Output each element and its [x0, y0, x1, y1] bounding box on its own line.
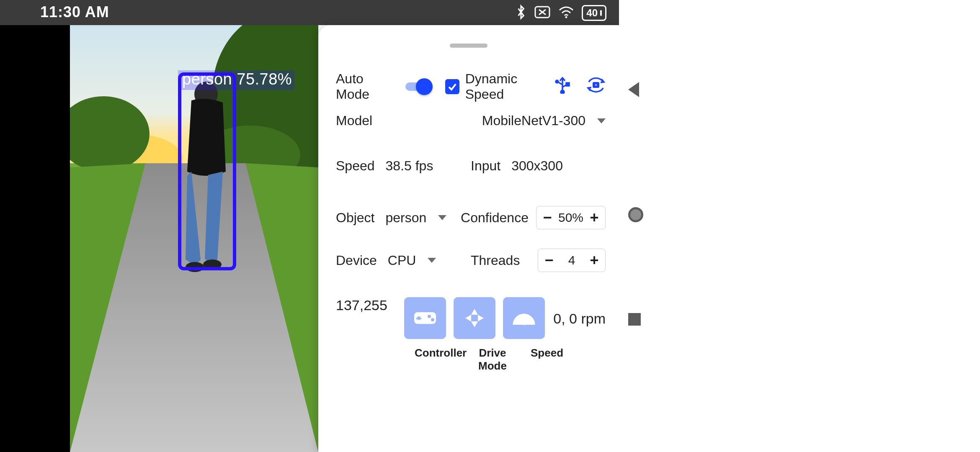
object-dropdown[interactable]: person — [385, 210, 446, 226]
svg-point-11 — [556, 80, 558, 83]
speed-value: 38.5 fps — [386, 158, 433, 174]
bluetooth-icon — [516, 4, 526, 22]
nav-back-button[interactable] — [628, 82, 639, 97]
control-panel: Auto Mode Dynamic Speed — [318, 25, 619, 452]
detection-bounding-box — [178, 72, 236, 270]
threads-value: 4 — [560, 253, 583, 267]
confidence-stepper[interactable]: − 50% + — [536, 206, 606, 229]
threads-stepper[interactable]: − 4 + — [538, 249, 606, 272]
battery-indicator: 40 — [582, 5, 606, 21]
auto-mode-toggle[interactable] — [405, 78, 430, 95]
camera-preview: person 75.78% — [70, 25, 318, 452]
svg-point-15 — [595, 84, 598, 87]
controller-button[interactable] — [404, 297, 446, 339]
object-label: Object — [336, 210, 374, 226]
drive-mode-button[interactable] — [454, 297, 495, 339]
device-label: Device — [336, 253, 377, 268]
model-dropdown[interactable]: MobileNetV1-300 — [482, 113, 606, 128]
chevron-down-icon — [428, 258, 436, 263]
dynamic-speed-label: Dynamic Speed — [465, 71, 554, 102]
detection-label: person 75.78% — [178, 70, 294, 90]
rpm-readout: 0, 0 rpm — [553, 311, 606, 327]
status-bar: 11:30 AM 40 — [0, 0, 619, 25]
nav-home-button[interactable] — [628, 207, 643, 222]
wifi-icon — [558, 6, 574, 20]
chevron-down-icon — [438, 215, 446, 220]
device-dropdown[interactable]: CPU — [388, 253, 436, 268]
confidence-increase-button[interactable]: + — [583, 209, 605, 226]
input-value: 300x300 — [511, 158, 563, 174]
dynamic-speed-checkbox[interactable] — [445, 79, 459, 94]
rotation-lock-icon — [534, 5, 551, 21]
drag-handle[interactable] — [450, 44, 487, 48]
speed-button[interactable] — [503, 297, 545, 339]
nav-recent-button[interactable] — [628, 313, 641, 326]
threads-label: Threads — [471, 253, 520, 268]
model-label: Model — [336, 113, 372, 128]
speed-label: Speed — [336, 158, 375, 174]
camera-switch-icon[interactable] — [586, 76, 606, 97]
svg-point-19 — [428, 315, 431, 318]
drive-mode-button-label: Drive Mode — [469, 347, 516, 372]
svg-point-1 — [565, 16, 567, 18]
confidence-label: Confidence — [461, 210, 529, 226]
usb-icon[interactable] — [554, 76, 570, 97]
auto-mode-label: Auto Mode — [336, 71, 397, 102]
clock: 11:30 AM — [40, 3, 109, 21]
svg-point-24 — [529, 320, 531, 321]
svg-point-20 — [431, 318, 434, 321]
speed-button-label: Speed — [524, 347, 570, 372]
input-label: Input — [471, 158, 500, 174]
svg-point-23 — [523, 316, 525, 317]
motor-values: 137,255 — [336, 297, 387, 313]
svg-point-22 — [517, 320, 519, 321]
chevron-down-icon — [597, 118, 606, 123]
controller-button-label: Controller — [415, 347, 462, 372]
svg-rect-12 — [566, 83, 569, 86]
svg-point-13 — [561, 90, 564, 94]
threads-decrease-button[interactable]: − — [538, 252, 560, 269]
svg-rect-18 — [416, 318, 421, 319]
confidence-value: 50% — [558, 211, 583, 225]
threads-increase-button[interactable]: + — [583, 252, 605, 269]
confidence-decrease-button[interactable]: − — [536, 209, 558, 226]
